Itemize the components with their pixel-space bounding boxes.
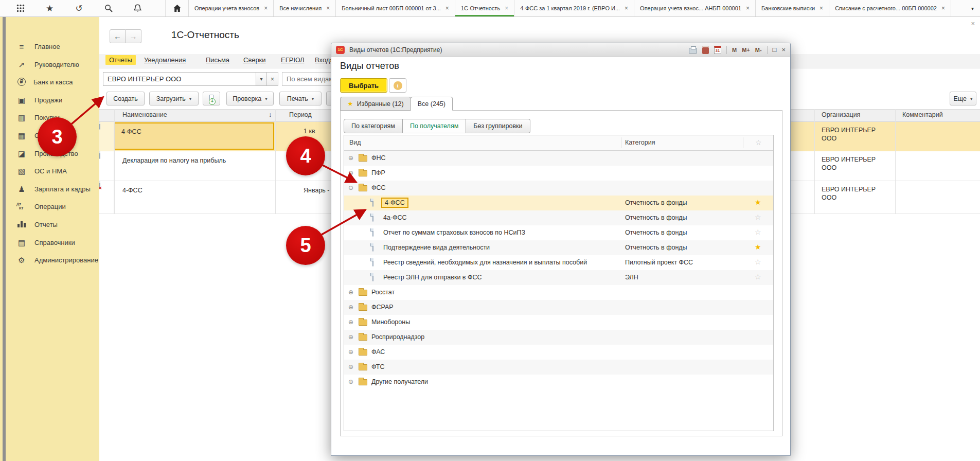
favorite-star-icon[interactable]: ☆ [755,228,761,236]
scale-m-minus-button[interactable]: M- [755,47,762,53]
item-row-reestr-svedeniy[interactable]: Реестр сведений, необходимых для назначе… [344,255,773,270]
favorite-star-icon[interactable]: ☆ [755,213,761,221]
app-tab-operaciya-ucheta-vznosov[interactable]: Операция учета взнос... АНБП-000001× [634,0,756,16]
menu-grid-icon[interactable] [15,4,25,13]
sort-descending-icon[interactable]: ↓ [269,111,272,118]
print-button[interactable]: Печать▾ [279,92,322,105]
group-row-fss[interactable]: ⊖ФСС [344,181,773,196]
column-header-category[interactable]: Категория [625,139,655,146]
sidebar-item-operacii[interactable]: ДтКтОперации [16,198,66,215]
group-row-fsrar[interactable]: ⊕ФСРАР [344,300,773,315]
org-dropdown-icon[interactable]: ▾ [256,72,267,86]
expand-icon[interactable]: ⊕ [348,170,353,176]
history-icon[interactable]: ↺ [74,4,84,13]
favorite-star-icon[interactable]: ★ [755,198,761,206]
sidebar-item-glavnoe[interactable]: ≡Главное [16,38,60,55]
section-tab-egrul[interactable]: ЕГРЮЛ [281,56,304,64]
section-tab-uvedomleniya[interactable]: Уведомления [144,56,186,64]
column-header-organization[interactable]: Организация [822,111,860,118]
column-header-comment[interactable]: Комментарий [902,111,943,118]
scale-m-plus-button[interactable]: M+ [742,47,750,53]
sidebar-item-pokupki[interactable]: ▥Покупки [16,109,60,126]
app-tab-spisanie-s-raschetnogo[interactable]: Списание с расчетного... 00БП-000002× [829,0,951,16]
group-row-rosprirodnadzor[interactable]: ⊕Росприроднадзор [344,330,773,345]
favorite-star-icon[interactable]: ☆ [755,258,761,266]
calendar-icon[interactable]: 31 [714,46,721,54]
home-tab[interactable] [165,0,189,16]
organization-input[interactable] [103,72,256,86]
column-header-name[interactable]: Наименование [122,111,167,118]
sidebar-item-spravochniki[interactable]: ▤Справочники [16,234,75,251]
sidebar-item-zarplata-i-kadry[interactable]: ♟Зарплата и кадры [16,180,91,198]
dialog-close-button[interactable]: × [781,46,786,54]
expand-icon[interactable]: ⊕ [348,304,353,310]
check-button[interactable]: Проверка▾ [226,92,274,105]
maximize-button[interactable]: □ [773,46,777,54]
notifications-bell-icon[interactable] [133,4,142,13]
column-header-kind[interactable]: Вид [349,139,361,146]
form-close-icon[interactable]: × [971,20,975,27]
group-row-pfr[interactable]: ⊕ПФР [344,166,773,181]
expand-icon[interactable]: ⊕ [348,319,353,325]
forward-button[interactable]: → [126,29,141,43]
app-tab-operacii-ucheta-vznosov[interactable]: Операции учета взносов× [189,0,274,16]
item-row-4a-fss[interactable]: 4а-ФССОтчетность в фонды☆ [344,210,773,225]
dialog-title-bar[interactable]: 1С Виды отчетов (1С:Предприятие) 31 M M+… [331,43,790,57]
sidebar-item-administrirovanie[interactable]: ⚙Администрирование [16,251,98,269]
sidebar-item-proizvodstvo[interactable]: ◪Производство [16,145,78,162]
tab-close-icon[interactable]: × [625,5,628,11]
sidebar-item-prodazhi[interactable]: ▣Продажи [16,91,62,109]
back-button[interactable]: ← [110,29,126,43]
collapse-icon[interactable]: ⊖ [348,185,353,191]
tab-all[interactable]: Все (245) [411,97,453,111]
app-tab-bankovskie-vypiski[interactable]: Банковские выписки× [756,0,829,16]
item-row-podtverzhdenie[interactable]: Подтверждение вида деятельностиОтчетност… [344,240,773,255]
section-tab-otchety[interactable]: Отчеты [105,55,136,65]
group-row-fns[interactable]: ⊕ФНС [344,151,773,166]
item-row-otchet-nsipz[interactable]: Отчет по суммам страховых взносов по НСи… [344,225,773,240]
tab-close-icon[interactable]: × [505,5,508,11]
favorite-star-icon[interactable]: ☆ [755,273,761,281]
app-tab-4fss-1kv-2019[interactable]: 4-ФСС за 1 квартал 2019 г. (ЕВРО И...× [514,0,634,16]
more-button[interactable]: Еще▾ [950,92,976,105]
tab-close-icon[interactable]: × [446,5,449,11]
item-row-4fss-selected[interactable]: 4-ФССОтчетность в фонды★ [344,196,773,210]
sidebar-item-os-i-nma[interactable]: ▧ОС и НМА [16,162,67,180]
item-row-reestr-eln[interactable]: Реестр ЭЛН для отправки в ФССЭЛН☆ [344,270,773,285]
app-tab-vse-nachisleniya[interactable]: Все начисления× [274,0,336,16]
column-header-period[interactable]: Период [289,111,312,118]
tab-close-icon[interactable]: × [941,5,945,11]
expand-icon[interactable]: ⊕ [348,379,353,385]
group-row-minoborony[interactable]: ⊕Минобороны [344,315,773,330]
search-icon[interactable] [103,4,113,13]
group-row-drugie-poluchateli[interactable]: ⊕Другие получатели [344,375,773,389]
sidebar-splitter[interactable] [3,17,6,461]
create-button[interactable]: Создать [106,92,145,105]
group-row-rosstat[interactable]: ⊕Росстат [344,285,773,300]
sidebar-item-rukovoditelyu[interactable]: ↗Руководителю [16,56,79,73]
group-by-recipients-button[interactable]: По получателям [403,119,466,133]
create-from-file-button[interactable] [203,92,220,105]
section-tab-pisma[interactable]: Письма [206,56,229,64]
tab-close-icon[interactable]: × [264,5,268,11]
tab-favorites[interactable]: ★Избранные (12) [340,97,411,111]
tab-close-icon[interactable]: × [819,5,823,11]
calculator-icon[interactable] [702,46,709,54]
app-tab-bolnichny-list[interactable]: Больничный лист 00БП-000001 от 3...× [336,0,455,16]
group-row-fas[interactable]: ⊕ФАС [344,345,773,360]
sidebar-item-sklad[interactable]: ▦Склад [16,127,54,144]
sidebar-item-bank-i-kassa[interactable]: ₽Банк и касса [16,73,73,91]
group-row-fts[interactable]: ⊕ФТС [344,360,773,375]
print-icon[interactable] [689,48,697,54]
app-tab-1c-otchetnost[interactable]: 1С-Отчетность× [455,0,514,16]
scale-m-button[interactable]: M [732,47,737,53]
tabs-overflow-icon[interactable]: ▾ [968,0,977,17]
expand-icon[interactable]: ⊕ [348,334,353,340]
org-clear-icon[interactable]: × [267,72,278,86]
favorite-star-icon[interactable]: ★ [755,243,761,251]
expand-icon[interactable]: ⊕ [348,155,353,161]
expand-icon[interactable]: ⊕ [348,364,353,370]
info-button[interactable]: i [389,78,406,93]
favorite-column-star-icon[interactable]: ☆ [755,138,762,147]
tab-close-icon[interactable]: × [326,5,330,11]
